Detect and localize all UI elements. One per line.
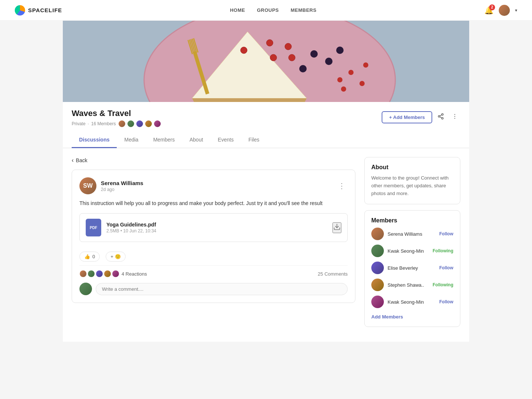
file-info: Yoga Guidelines.pdf 2.5MB • 10 Jun 22, 1… (106, 222, 156, 233)
member-avatar-2 (371, 245, 384, 257)
file-left: PDF Yoga Guidelines.pdf 2.5MB • 10 Jun 2… (86, 219, 156, 236)
member-avatar-1 (371, 228, 384, 240)
brand-name: SPACELIFE (28, 7, 62, 13)
member-avatar-list (118, 120, 161, 128)
post-card: SW Serena Williams 2d ago ⋮ This instruc… (72, 170, 355, 303)
nav-members[interactable]: MEMBERS (291, 7, 317, 13)
reaction-avatars (79, 270, 119, 277)
share-button[interactable] (435, 111, 446, 124)
add-members-button[interactable]: + Add Members (382, 111, 432, 123)
comment-area (79, 283, 348, 295)
file-attachment: PDF Yoga Guidelines.pdf 2.5MB • 10 Jun 2… (79, 213, 348, 242)
svg-line-3 (440, 117, 441, 118)
member-row: Kwak Seong-MinFollowing (371, 245, 453, 257)
file-date: 10 Jun 22, 10:34 (123, 228, 156, 233)
file-size: 2.5MB (106, 228, 119, 233)
about-text: Welcome to the group! Connect with other… (371, 174, 453, 197)
tab-events[interactable]: Events (211, 132, 241, 148)
commenter-avatar (79, 283, 92, 295)
member-name: Stephen Shawa.. (388, 282, 429, 288)
post-more-button[interactable]: ⋮ (336, 179, 348, 192)
download-icon (333, 223, 341, 231)
notification-badge: 2 (489, 4, 495, 10)
member-avatar-5 (153, 120, 161, 128)
tab-members[interactable]: Members (146, 132, 182, 148)
reaction-avatar-1 (79, 270, 87, 277)
post-author-avatar: SW (79, 177, 96, 194)
group-member-count: 16 Members (91, 121, 116, 126)
sidebar: About Welcome to the group! Connect with… (364, 157, 460, 333)
svg-point-6 (454, 116, 455, 117)
reactions-row: 4 Reactions 25 Comments (79, 270, 348, 277)
group-header: Waves & Travel Private · 16 Members + Ad… (63, 102, 469, 128)
file-separator: • (120, 228, 123, 233)
reaction-avatar-4 (104, 270, 111, 277)
dots-vertical-icon (451, 113, 458, 120)
pdf-icon: PDF (86, 219, 101, 236)
following-button[interactable]: Following (433, 248, 453, 253)
member-avatar-2 (127, 120, 135, 128)
tab-about[interactable]: About (182, 132, 211, 148)
members-card: Members Serena WilliamsFollowKwak Seong-… (364, 210, 460, 327)
nav-links: HOME GROUPS MEMBERS (230, 7, 316, 13)
member-row: Elise BeverleyFollow (371, 262, 453, 274)
back-label: Back (76, 157, 87, 163)
about-title: About (371, 164, 453, 171)
group-privacy: Private (72, 121, 85, 126)
emoji-icon: 🙂 (115, 254, 121, 259)
post-time: 2d ago (101, 187, 143, 192)
member-avatar-4 (371, 279, 384, 291)
member-avatar-3 (371, 262, 384, 274)
tab-files[interactable]: Files (241, 132, 267, 148)
hero-image (63, 21, 469, 102)
tab-media[interactable]: Media (117, 132, 146, 148)
nav-home[interactable]: HOME (230, 7, 245, 13)
group-dot: · (88, 121, 89, 126)
file-meta: 2.5MB • 10 Jun 22, 10:34 (106, 228, 156, 233)
follow-button[interactable]: Follow (439, 265, 453, 270)
follow-button[interactable]: Follow (439, 299, 453, 304)
post-reactions: 👍 0 + 🙂 (79, 248, 348, 266)
navbar: SPACELIFE HOME GROUPS MEMBERS 🔔 2 ▾ (0, 0, 532, 21)
reaction-avatar-3 (96, 270, 103, 277)
nav-groups[interactable]: GROUPS (257, 7, 279, 13)
member-name: Kwak Seong-Min (388, 299, 436, 305)
emoji-button[interactable]: + 🙂 (106, 252, 126, 262)
chevron-down-icon[interactable]: ▾ (515, 8, 517, 13)
post-header: SW Serena Williams 2d ago ⋮ (79, 177, 348, 194)
member-name: Kwak Seong-Min (388, 248, 429, 254)
member-name: Serena Williams (388, 231, 436, 237)
reaction-summary: 4 Reactions (79, 270, 147, 277)
notification-button[interactable]: 🔔 2 (484, 6, 494, 15)
comments-count: 25 Comments (318, 271, 348, 277)
content-area: ‹ Back SW Serena Williams 2d ago ⋮ This … (63, 148, 469, 342)
add-members-link[interactable]: Add Members (371, 314, 403, 320)
comment-input[interactable] (96, 283, 348, 295)
user-avatar[interactable] (499, 5, 510, 16)
svg-point-7 (454, 118, 455, 119)
following-button[interactable]: Following (433, 282, 453, 287)
member-row: Kwak Seong-MinFollow (371, 296, 453, 308)
tab-discussions[interactable]: Discussions (72, 132, 117, 148)
member-avatar-3 (136, 120, 144, 128)
back-button[interactable]: ‹ Back (72, 157, 355, 164)
member-avatar-1 (118, 120, 126, 128)
post-body: This instruction will help you all to pr… (79, 200, 348, 207)
reactions-label: 4 Reactions (122, 271, 147, 277)
follow-button[interactable]: Follow (439, 231, 453, 236)
reaction-avatar-2 (88, 270, 95, 277)
back-arrow-icon: ‹ (72, 157, 74, 164)
like-count: 0 (92, 254, 95, 259)
more-options-button[interactable] (449, 111, 460, 124)
hero-canvas (63, 21, 469, 102)
about-card: About Welcome to the group! Connect with… (364, 157, 460, 204)
logo[interactable]: SPACELIFE (15, 5, 62, 16)
member-row: Stephen Shawa..Following (371, 279, 453, 291)
member-row: Serena WilliamsFollow (371, 228, 453, 240)
download-button[interactable] (332, 222, 341, 233)
post-author-info: Serena Williams 2d ago (101, 180, 143, 192)
nav-right: 🔔 2 ▾ (484, 5, 517, 16)
logo-icon (15, 5, 25, 16)
like-button[interactable]: 👍 0 (79, 252, 100, 262)
pdf-label: PDF (90, 226, 97, 230)
